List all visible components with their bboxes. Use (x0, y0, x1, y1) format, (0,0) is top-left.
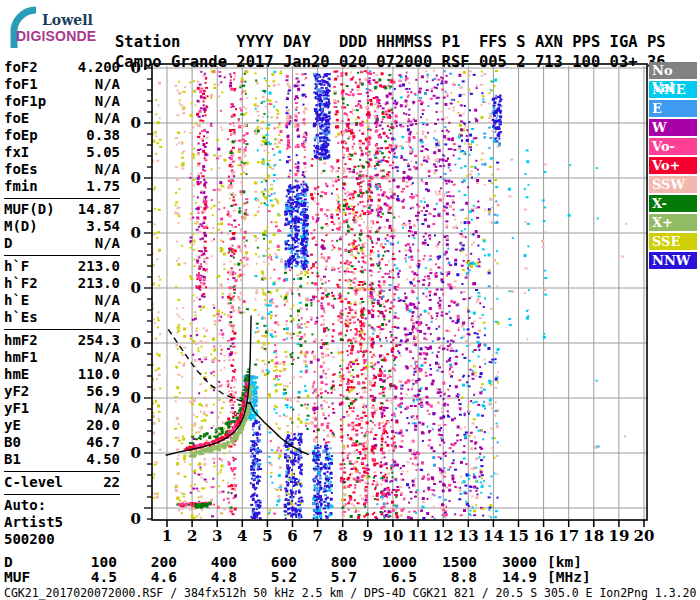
param-label: MUF(D) (4, 201, 55, 218)
svg-text:11: 11 (408, 527, 429, 545)
footer-row-muf: MUF4.54.64.85.25.76.58.814.9[MHz] (4, 570, 591, 585)
param-label: B1 (4, 451, 21, 468)
footer-cell: 400 (177, 555, 237, 570)
panel-divider (4, 329, 120, 330)
param-row-fmin: fmin1.75 (4, 178, 120, 195)
param-value: 20.0 (86, 417, 120, 434)
param-row-fof1p: foF1pN/A (4, 93, 120, 110)
param-row-hmf2: hmF2254.3 (4, 332, 120, 349)
param-label: yE (4, 417, 21, 434)
footer-cell: 5.7 (297, 570, 357, 585)
param-value: 56.9 (86, 383, 120, 400)
param-label: h`Es (4, 309, 38, 326)
param-label: Artist5 (4, 514, 63, 531)
param-row-mufd: MUF(D)14.87 (4, 201, 120, 218)
param-label: foF1p (4, 93, 46, 110)
param-value: N/A (95, 161, 120, 178)
param-row-fxi: fxI5.05 (4, 144, 120, 161)
footer-cell: 3000 (477, 555, 537, 570)
footer-row-d: D100200400600800100015003000[km] (4, 555, 591, 570)
svg-text:300: 300 (130, 389, 141, 407)
footer-cell: 4.8 (177, 570, 237, 585)
param-label: hmE (4, 366, 29, 383)
param-row-b1: B14.50 (4, 451, 120, 468)
param-row-yf2: yF256.9 (4, 383, 120, 400)
footer-cell: 14.9 (477, 570, 537, 585)
param-label: Auto: (4, 497, 46, 514)
param-row-foes: foEsN/A (4, 161, 120, 178)
svg-text:16: 16 (533, 527, 554, 545)
footer-cell: 4.6 (117, 570, 177, 585)
param-value: 4.50 (86, 451, 120, 468)
param-label: hmF2 (4, 332, 38, 349)
footer-cell: 200 (117, 555, 177, 570)
param-label: D (4, 235, 12, 252)
footer-cell: 5.2 (237, 570, 297, 585)
footer-cell: 600 (237, 555, 297, 570)
svg-text:500: 500 (130, 279, 141, 297)
svg-text:700: 700 (130, 169, 141, 187)
param-label: foE (4, 110, 29, 127)
param-value: N/A (95, 110, 120, 127)
param-label: h`F2 (4, 275, 38, 292)
legend-item-sse: SSE (649, 233, 697, 250)
parameter-panel: foF24.200foF1N/AfoF1pN/AfoEN/AfoEp0.38fx… (4, 59, 120, 548)
footer-unit: [MHz] (547, 570, 591, 585)
svg-text:900: 900 (130, 59, 141, 77)
param-value: 110.0 (78, 366, 120, 383)
footer-cell: 8.8 (417, 570, 477, 585)
param-row-auto: Auto: (4, 497, 120, 514)
svg-text:6: 6 (287, 527, 297, 545)
param-row-fof1: foF1N/A (4, 76, 120, 93)
svg-text:10: 10 (382, 527, 403, 545)
param-value: N/A (95, 400, 120, 417)
param-row-hes: h`EsN/A (4, 309, 120, 326)
param-value: N/A (95, 292, 120, 309)
panel-divider (4, 471, 120, 472)
svg-text:19: 19 (608, 527, 629, 545)
svg-text:200: 200 (130, 444, 141, 462)
param-value: 3.54 (86, 218, 120, 235)
legend-item-vo-: Vo- (649, 138, 697, 155)
param-label: yF2 (4, 383, 29, 400)
param-row-hme: hmE110.0 (4, 366, 120, 383)
svg-text:18: 18 (583, 527, 604, 545)
footer-row-label: MUF (4, 570, 57, 585)
svg-text:20: 20 (634, 527, 655, 545)
param-row-d: DN/A (4, 235, 120, 252)
panel-divider (4, 255, 120, 256)
param-row-hmf1: hmF1N/A (4, 349, 120, 366)
footer-cell: 1500 (417, 555, 477, 570)
svg-text:1: 1 (162, 527, 172, 545)
svg-text:7: 7 (312, 527, 322, 545)
param-value: N/A (95, 309, 120, 326)
svg-text:17: 17 (558, 527, 579, 545)
param-row-yf1: yF1N/A (4, 400, 120, 417)
svg-text:400: 400 (130, 334, 141, 352)
param-row-b0: B046.7 (4, 434, 120, 451)
svg-text:5: 5 (262, 527, 272, 545)
param-row-clevel: C-level22 (4, 474, 120, 491)
param-label: foF1 (4, 76, 38, 93)
param-label: 500200 (4, 531, 55, 548)
ionogram-screen: Lowell DIGISONDE Station YYYY DAY DDD HH… (0, 0, 700, 600)
legend-item-nnw: NNW (649, 252, 697, 269)
param-value: 4.200 (78, 59, 120, 76)
param-row-500200: 500200 (4, 531, 120, 548)
param-row-hf: h`F213.0 (4, 258, 120, 275)
param-value: 1.75 (86, 178, 120, 195)
legend-item-e: E (649, 100, 697, 117)
param-label: hmF1 (4, 349, 38, 366)
param-label: M(D) (4, 218, 38, 235)
svg-text:80: 80 (130, 510, 141, 528)
svg-text:15: 15 (508, 527, 529, 545)
footer-cell: 1000 (357, 555, 417, 570)
param-label: foEp (4, 127, 38, 144)
param-label: yF1 (4, 400, 29, 417)
svg-text:12: 12 (433, 527, 454, 545)
param-label: B0 (4, 434, 21, 451)
logo-text-lowell: Lowell (42, 12, 93, 28)
svg-text:800: 800 (130, 114, 141, 132)
logo-text-digisonde: DIGISONDE (16, 28, 96, 44)
param-value: 22 (103, 474, 120, 491)
